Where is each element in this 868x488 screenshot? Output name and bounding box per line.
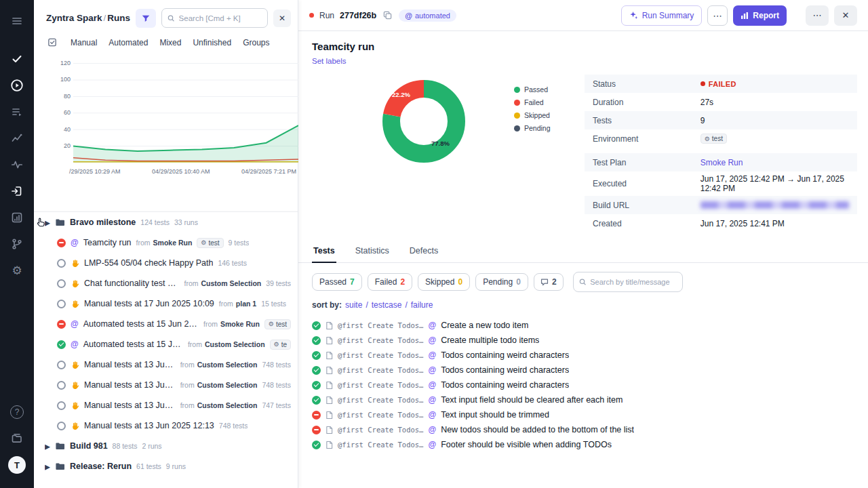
run-summary-button[interactable]: Run Summary bbox=[621, 5, 703, 26]
run-list-item[interactable]: Manual tests at 13 Jun 2025 12:17 from C… bbox=[34, 354, 298, 375]
runs-search-input[interactable] bbox=[179, 14, 262, 22]
plans-list-icon[interactable] bbox=[5, 100, 28, 123]
run-list-item[interactable]: Chat functionality test Copy from Custom… bbox=[34, 273, 298, 293]
expand-caret-icon[interactable]: ▸ bbox=[45, 460, 50, 473]
run-list-item[interactable]: Manual tests at 13 Jun 2025 12:13 748 te… bbox=[34, 415, 298, 436]
runs-search[interactable] bbox=[161, 8, 268, 28]
copy-run-id-button[interactable] bbox=[382, 9, 393, 21]
manual-run-icon bbox=[71, 422, 79, 430]
run-type-tab[interactable]: Unfinished bbox=[193, 38, 231, 47]
run-list-item[interactable]: ▸ Bravo milestone 124 tests 33 runs bbox=[34, 212, 298, 232]
test-row[interactable]: @first Create Todos… @ Create a new todo… bbox=[312, 318, 854, 333]
automated-run-icon: @ bbox=[71, 340, 79, 349]
run-list-item[interactable]: Manual tests at 13 Jun 2025 12:16 from C… bbox=[34, 375, 298, 395]
run-list-item[interactable]: @ Teamcity run from Smoke Run ⚙test 9 te… bbox=[34, 232, 298, 253]
panel-more-button[interactable]: ⋯ bbox=[806, 5, 829, 26]
test-row[interactable]: @first Create Todos… @ Text input field … bbox=[312, 392, 854, 407]
automated-test-icon: @ bbox=[428, 365, 436, 375]
from-label: from bbox=[136, 239, 151, 247]
run-list-item[interactable]: Manual tests at 13 Jun 2025 12:13 from C… bbox=[34, 395, 298, 415]
branch-icon[interactable] bbox=[5, 232, 28, 256]
menu-icon[interactable] bbox=[5, 9, 28, 33]
run-tests-count: 748 tests bbox=[219, 422, 248, 430]
run-detail-header: Run 277df26b @automated Run Summary ⋯ Re… bbox=[298, 0, 868, 31]
environment-badge: ⚙te bbox=[270, 340, 291, 350]
tests-search[interactable] bbox=[573, 272, 683, 292]
settings-gear-icon[interactable]: ⚙ bbox=[5, 259, 28, 282]
test-title: Create multiple todo items bbox=[441, 336, 539, 345]
info-text-value: Jun 17, 2025 12:42 PM → Jun 17, 2025 12:… bbox=[701, 174, 849, 193]
run-list-item[interactable]: @ Automated tests at 15 Jun 2025 15:01 f… bbox=[34, 334, 298, 354]
test-row[interactable]: @first Create Todos… @ New todos should … bbox=[312, 422, 854, 437]
run-detail: Run 277df26b @automated Run Summary ⋯ Re… bbox=[298, 0, 868, 488]
detail-tab[interactable]: Defects bbox=[408, 241, 439, 263]
run-type-tab[interactable]: Mixed bbox=[159, 38, 181, 47]
test-row[interactable]: @first Create Todos… @ Todos containing … bbox=[312, 348, 854, 363]
set-labels-link[interactable]: Set labels bbox=[312, 57, 347, 65]
run-list-item[interactable]: @ Automated tests at 15 Jun 2025 15:08 f… bbox=[34, 314, 298, 334]
tests-list: @first Create Todos… @ Create a new todo… bbox=[298, 317, 868, 453]
test-row[interactable]: @first Create Todos… @ Todos containing … bbox=[312, 378, 854, 392]
test-file-icon bbox=[326, 351, 333, 360]
status-filter-chip[interactable]: Skipped 0 bbox=[418, 273, 470, 291]
comments-filter-chip[interactable]: 2 bbox=[534, 273, 564, 291]
analytics-icon[interactable] bbox=[5, 206, 28, 229]
status-filter-chip[interactable]: Failed 2 bbox=[368, 273, 412, 291]
info-row: Test Plan Smoke Run bbox=[585, 153, 857, 171]
comment-icon bbox=[540, 278, 549, 286]
info-row: Created Jun 17, 2025 12:41 PM bbox=[585, 214, 857, 232]
help-icon[interactable]: ? bbox=[5, 401, 28, 424]
sort-link[interactable]: suite bbox=[345, 300, 362, 310]
select-runs-icon[interactable] bbox=[47, 37, 58, 47]
test-row[interactable]: @first Create Todos… @ Todos containing … bbox=[312, 363, 854, 378]
runs-history-chart: 12010080604020 /29/2025 10:29 AM04/29/20… bbox=[34, 54, 298, 211]
test-row[interactable]: @first Create Todos… @ Create multiple t… bbox=[312, 333, 854, 348]
manual-run-icon bbox=[71, 401, 79, 410]
runs-history-plot bbox=[73, 62, 298, 165]
expand-caret-icon[interactable]: ▸ bbox=[45, 216, 50, 229]
milestone-runs-count: 9 runs bbox=[166, 462, 186, 470]
run-type-tab[interactable]: Manual bbox=[71, 38, 97, 47]
milestone-runs-count: 2 runs bbox=[142, 442, 161, 450]
panel-close-button[interactable]: ✕ bbox=[273, 9, 291, 27]
manual-run-icon bbox=[71, 279, 79, 288]
from-source: Custom Selection bbox=[197, 361, 258, 369]
trend-icon[interactable] bbox=[5, 127, 28, 150]
test-row[interactable]: @first Create Todos… @ Text input should… bbox=[312, 407, 854, 422]
tests-check-icon[interactable] bbox=[5, 47, 28, 70]
run-list-item[interactable]: ▸ Release: Rerun 61 tests 9 runs bbox=[34, 456, 298, 476]
expand-caret-icon[interactable]: ▸ bbox=[45, 440, 50, 453]
sort-link[interactable]: testcase bbox=[372, 300, 402, 310]
manual-run-icon bbox=[71, 259, 79, 268]
runs-play-icon[interactable] bbox=[5, 74, 28, 97]
environment-badge: ⚙test bbox=[197, 238, 223, 248]
close-run-button[interactable]: ✕ bbox=[834, 5, 857, 26]
run-type-tab[interactable]: Groups bbox=[243, 38, 269, 47]
import-icon[interactable] bbox=[5, 180, 28, 203]
test-row[interactable]: @first Create Todos… @ Footer should be … bbox=[312, 437, 854, 452]
tests-search-input[interactable] bbox=[590, 278, 676, 286]
detail-tab[interactable]: Tests bbox=[312, 241, 336, 263]
run-type-tab[interactable]: Automated bbox=[108, 38, 148, 47]
test-plan-link[interactable]: Smoke Run bbox=[701, 158, 743, 167]
status-filter-chip[interactable]: Pending 0 bbox=[475, 273, 528, 291]
projects-folder-icon[interactable] bbox=[5, 427, 28, 450]
run-list-item[interactable]: Manual tests at 17 Jun 2025 10:09 from p… bbox=[34, 293, 298, 314]
report-button[interactable]: Report bbox=[733, 5, 787, 26]
milestone-name: Build 981 bbox=[70, 441, 108, 451]
folder-icon bbox=[55, 441, 65, 451]
run-list-item[interactable]: ▸ Build 981 88 tests 2 runs bbox=[34, 436, 298, 456]
sort-link[interactable]: failure bbox=[411, 300, 433, 310]
run-status-dot bbox=[309, 13, 314, 18]
environment-badge: ⚙test bbox=[264, 319, 291, 329]
search-icon bbox=[579, 278, 587, 286]
filter-button[interactable] bbox=[136, 9, 156, 28]
build-url-redacted bbox=[701, 201, 849, 209]
user-avatar[interactable]: T bbox=[5, 453, 28, 476]
status-filter-chip[interactable]: Passed 7 bbox=[312, 273, 362, 291]
detail-tab[interactable]: Statistics bbox=[354, 241, 391, 263]
pulse-icon[interactable] bbox=[5, 153, 28, 176]
more-actions-button[interactable]: ⋯ bbox=[707, 5, 728, 26]
run-list-item[interactable]: LMP-554 05/04 check Happy Path 146 tests bbox=[34, 253, 298, 273]
gear-icon: ⚙ bbox=[274, 341, 279, 348]
